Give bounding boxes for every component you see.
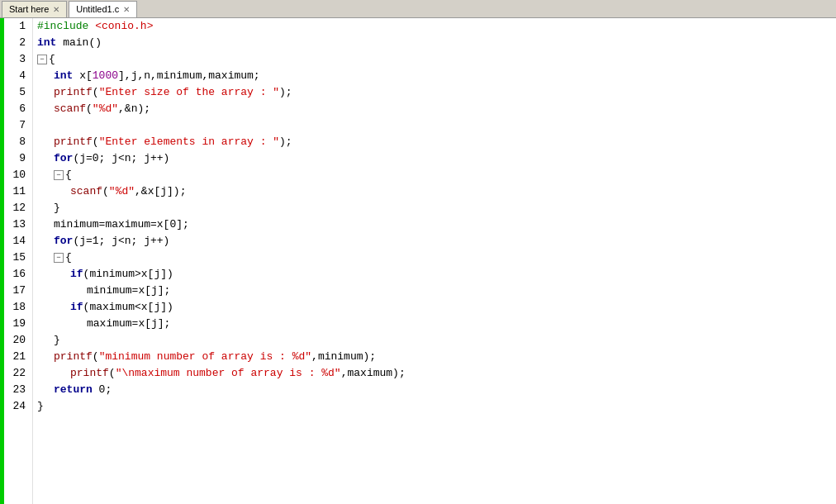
code-line-16: if(minimum>x[j]) — [37, 266, 836, 283]
token-10: { — [65, 167, 72, 183]
token-23: return — [54, 382, 93, 398]
tab-start-here-close[interactable]: ✕ — [53, 5, 59, 14]
token-17: minimum=x[j]; — [87, 283, 170, 299]
line-number-11: 11 — [11, 183, 26, 200]
line-number-18: 18 — [11, 299, 26, 316]
line-number-20: 20 — [11, 332, 26, 349]
code-line-9: for(j=0; j<n; j++) — [37, 150, 836, 167]
line-number-6: 6 — [11, 101, 26, 117]
token-4: int — [54, 68, 73, 84]
tab-untitled1-close[interactable]: ✕ — [123, 5, 130, 14]
fold-icon-3[interactable]: − — [37, 55, 47, 64]
code-line-15: −{ — [37, 250, 836, 266]
token-8: printf — [54, 134, 93, 150]
token-18: if — [70, 299, 83, 316]
token-11: ( — [102, 183, 109, 200]
line-number-24: 24 — [11, 398, 26, 415]
line-number-10: 10 — [11, 167, 26, 183]
tab-start-here[interactable]: Start here ✕ — [2, 1, 67, 17]
fold-icon-15[interactable]: − — [54, 253, 64, 263]
code-line-18: if(maximum<x[j]) — [37, 299, 836, 316]
code-line-3: −{ — [37, 51, 836, 68]
token-12: } — [54, 200, 60, 216]
token-8: ); — [279, 134, 292, 150]
line-numbers: 123456789101112131415161718192021222324 — [4, 18, 33, 504]
code-line-8: printf("Enter elements in array : "); — [37, 134, 836, 150]
editor-container: 123456789101112131415161718192021222324 … — [0, 18, 836, 504]
line-number-5: 5 — [11, 84, 26, 101]
token-21: ( — [93, 349, 99, 365]
token-20: } — [54, 332, 60, 349]
token-16: (minimum>x[j]) — [83, 266, 173, 283]
token-22: ,maximum); — [341, 365, 406, 382]
line-number-7: 7 — [11, 117, 26, 134]
token-2: main() — [56, 35, 102, 51]
code-line-23: return 0; — [37, 382, 836, 398]
token-11: scanf — [70, 183, 102, 200]
token-4: x[ — [73, 68, 92, 84]
code-line-7 — [37, 117, 836, 134]
code-line-4: int x[1000],j,n,minimum,maximum; — [37, 68, 836, 84]
code-line-5: printf("Enter size of the array : "); — [37, 84, 836, 101]
line-number-16: 16 — [11, 266, 26, 283]
token-8: "Enter elements in array : " — [99, 134, 279, 150]
token-14: (j=1; j<n; j++) — [73, 233, 169, 250]
line-number-8: 8 — [11, 134, 26, 150]
token-11: "%d" — [109, 183, 135, 200]
code-line-2: int main() — [37, 35, 836, 51]
token-4: ],j,n,minimum,maximum; — [118, 68, 260, 84]
line-number-19: 19 — [11, 316, 26, 332]
token-8: ( — [93, 134, 99, 150]
token-22: "\nmaximum number of array is : %d" — [116, 365, 341, 382]
token-11: ,&x[j]); — [135, 183, 186, 200]
tab-untitled1[interactable]: Untitled1.c ✕ — [69, 1, 137, 17]
line-number-14: 14 — [11, 233, 26, 250]
code-line-12: } — [37, 200, 836, 216]
token-6: ,&n); — [118, 101, 150, 117]
token-19: maximum=x[j]; — [87, 316, 170, 332]
token-5: "Enter size of the array : " — [99, 84, 279, 101]
token-6: ( — [86, 101, 93, 117]
code-line-21: printf("minimum number of array is : %d"… — [37, 349, 836, 365]
token-9: (j=0; j<n; j++) — [73, 150, 169, 167]
code-line-22: printf("\nmaximum number of array is : %… — [37, 365, 836, 382]
token-21: ,minimum); — [311, 349, 376, 365]
token-21: printf — [54, 349, 93, 365]
code-line-6: scanf("%d",&n); — [37, 101, 836, 117]
token-5: printf — [54, 84, 93, 101]
line-number-21: 21 — [11, 349, 26, 365]
code-line-19: maximum=x[j]; — [37, 316, 836, 332]
code-line-1: #include <conio.h> — [37, 18, 836, 35]
line-number-1: 1 — [11, 18, 26, 35]
code-line-13: minimum=maximum=x[0]; — [37, 216, 836, 233]
fold-icon-10[interactable]: − — [54, 170, 64, 180]
line-number-12: 12 — [11, 200, 26, 216]
token-23: 0; — [93, 382, 112, 398]
token-4: 1000 — [93, 68, 118, 84]
line-number-9: 9 — [11, 150, 26, 167]
token-1: #include — [37, 18, 95, 35]
tab-bar: Start here ✕ Untitled1.c ✕ — [0, 0, 836, 18]
code-line-20: } — [37, 332, 836, 349]
token-24: } — [37, 398, 44, 415]
token-15: { — [65, 250, 72, 266]
token-5: ( — [93, 84, 99, 101]
token-6: scanf — [54, 101, 86, 117]
line-number-3: 3 — [11, 51, 26, 68]
token-14: for — [54, 233, 73, 250]
code-area[interactable]: #include <conio.h>int main()−{int x[1000… — [33, 18, 836, 504]
token-22: ( — [109, 365, 116, 382]
token-13: minimum=maximum=x[0]; — [54, 216, 189, 233]
line-number-23: 23 — [11, 382, 26, 398]
line-number-4: 4 — [11, 68, 26, 84]
token-21: "minimum number of array is : %d" — [99, 349, 311, 365]
line-number-2: 2 — [11, 35, 26, 51]
token-3: { — [49, 51, 55, 68]
token-18: (maximum<x[j]) — [83, 299, 173, 316]
tab-untitled1-label: Untitled1.c — [76, 4, 119, 14]
code-line-11: scanf("%d",&x[j]); — [37, 183, 836, 200]
code-line-17: minimum=x[j]; — [37, 283, 836, 299]
token-1: <conio.h> — [95, 18, 153, 35]
line-number-22: 22 — [11, 365, 26, 382]
token-5: ); — [279, 84, 292, 101]
